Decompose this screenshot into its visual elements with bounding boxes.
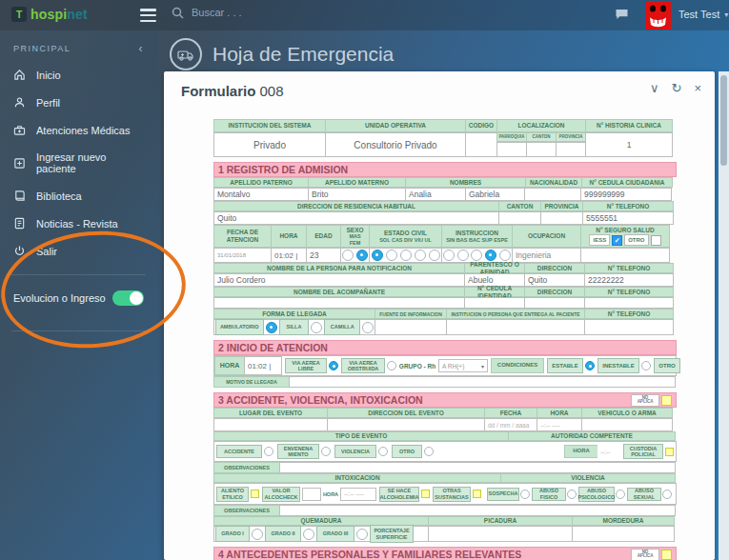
radio-ins-bas[interactable] (457, 250, 469, 261)
edad-field[interactable]: 23 (306, 248, 341, 263)
unidad-operativa-field[interactable]: Consultorio Privado (325, 132, 466, 157)
chat-icon[interactable] (615, 9, 629, 20)
fecha-evento-field[interactable]: dd / mm / aaaa (484, 418, 537, 431)
direccion-acomp-field[interactable] (524, 297, 585, 309)
provincia-field[interactable] (556, 142, 586, 157)
sidebar-item-noticias-revista[interactable]: Noticias - Revista (0, 210, 157, 237)
alcoholemia-checkbox[interactable] (421, 490, 430, 498)
observaciones-field-1[interactable] (279, 462, 676, 473)
alcocheck-field[interactable] (302, 488, 321, 501)
lugar-evento-field[interactable] (213, 418, 328, 431)
radio-via-libre[interactable] (329, 361, 338, 370)
seguro-field[interactable] (580, 248, 670, 263)
custodia-checkbox[interactable] (665, 448, 674, 456)
provincia-field[interactable] (540, 211, 583, 225)
apellido-paterno-field[interactable]: Montalvo (213, 188, 309, 201)
sidebar-item-ingresar-nuevo-paciente[interactable]: Ingresar nuevo paciente (0, 144, 157, 182)
aliento-checkbox[interactable] (251, 490, 259, 498)
radio-inestable[interactable] (641, 361, 651, 370)
nacionalidad-field[interactable] (524, 188, 581, 201)
close-panel-icon[interactable]: × (694, 81, 701, 95)
radio-ins-bac[interactable] (471, 250, 482, 261)
historia-clinica-field[interactable]: 1 (585, 132, 673, 157)
direccion-evento-field[interactable] (327, 418, 485, 431)
institucion-entrega-field[interactable] (446, 319, 585, 335)
sidebar-item-biblioteca[interactable]: Biblioteca (0, 182, 157, 210)
parroquia-field[interactable] (496, 142, 527, 157)
iess-checkbox[interactable]: ✓ (612, 235, 622, 246)
persona-notificacion-field[interactable]: Julio Cordero (213, 273, 465, 287)
grupo-rh-select[interactable]: A RH(+)▾ (438, 359, 488, 372)
motivo-llegada-field[interactable] (289, 376, 676, 388)
fuente-informacion-field[interactable] (375, 319, 447, 335)
radio-ec-ul[interactable] (429, 250, 440, 261)
hora-atencion-field[interactable]: 01:02 | (244, 356, 282, 375)
telefono-acomp-field[interactable] (584, 297, 674, 309)
sidebar-item-salir[interactable]: Salir (0, 237, 157, 265)
nombre1-field[interactable]: Analia (405, 188, 466, 201)
sidebar-item-inicio[interactable]: Inicio (0, 61, 157, 89)
radio-violencia[interactable] (378, 447, 388, 456)
mordedura-field[interactable] (572, 526, 675, 542)
radio-camilla[interactable] (362, 322, 374, 333)
scrollbar-thumb[interactable] (720, 75, 727, 166)
radio-abuso-fisico[interactable] (567, 490, 577, 499)
user-avatar[interactable] (645, 2, 671, 30)
refresh-panel-icon[interactable]: ↻ (672, 81, 682, 95)
otras-sustancias-checkbox[interactable] (473, 490, 481, 498)
radio-envenenamiento[interactable] (321, 447, 331, 456)
institucion-field[interactable]: Privado (213, 132, 326, 157)
radio-ec-sol[interactable] (372, 250, 383, 261)
user-menu[interactable]: Test Test▾ (678, 9, 728, 20)
hora-evento-field[interactable]: --:-- ---- (537, 418, 582, 431)
fecha-atencion-field[interactable]: 31/01/2018 (213, 248, 272, 263)
acompanante-field[interactable] (213, 297, 465, 309)
radio-ec-div[interactable] (400, 250, 412, 261)
radio-via-obstruida[interactable] (387, 361, 396, 370)
cedula-acomp-field[interactable] (464, 297, 525, 309)
direccion-notif-field[interactable]: Quito (524, 273, 585, 287)
canton-field[interactable] (498, 211, 541, 225)
hora-autoridad-field[interactable]: --:-- (597, 445, 624, 458)
sidebar-item-perfil[interactable]: Perfil (0, 89, 157, 116)
collapse-panel-icon[interactable]: ∨ (650, 81, 659, 95)
telefono-notif-field[interactable]: 22222222 (584, 273, 674, 287)
hamburger-menu-icon[interactable] (140, 9, 156, 22)
radio-estable[interactable] (585, 361, 595, 370)
radio-grado3[interactable] (356, 529, 368, 540)
radio-ec-viu[interactable] (415, 250, 426, 261)
codigo-field[interactable] (465, 132, 497, 157)
radio-ins-sup[interactable] (485, 250, 496, 261)
telefono-field[interactable]: 5555551 (582, 211, 674, 225)
radio-silla[interactable] (311, 322, 322, 333)
vehiculo-arma-field[interactable] (581, 418, 673, 431)
radio-ambulatorio[interactable] (266, 322, 277, 333)
canton-field[interactable] (526, 142, 557, 157)
sidebar-collapse-icon[interactable]: ‹ (139, 42, 145, 55)
radio-ec-cas[interactable] (386, 250, 397, 261)
no-aplica-checkbox-s4[interactable] (661, 550, 672, 560)
sidebar-item-atenciones-medicas[interactable]: Atenciones Médicas (0, 116, 157, 144)
hora-field[interactable]: 01:02 | (271, 248, 307, 263)
hora-intox-field[interactable]: --:-- ---- (340, 488, 376, 501)
no-aplica-checkbox[interactable] (661, 395, 672, 406)
search-input[interactable] (190, 6, 517, 19)
radio-ins-espe[interactable] (499, 250, 511, 261)
radio-sexo-fem[interactable] (356, 250, 368, 261)
radio-abuso-sexual[interactable] (662, 490, 672, 499)
nombre2-field[interactable]: Gabriela (465, 188, 525, 201)
cedula-field[interactable]: 999999999 (580, 188, 672, 201)
radio-sospecha[interactable] (520, 490, 530, 499)
picadura-field[interactable] (428, 526, 573, 542)
otro-checkbox[interactable] (651, 235, 661, 246)
evolucion-toggle[interactable] (112, 290, 144, 306)
radio-grado2[interactable] (303, 529, 314, 540)
radio-abuso-psicologico[interactable] (616, 490, 625, 499)
radio-sexo-mas[interactable] (342, 250, 354, 261)
radio-ins-sin[interactable] (443, 250, 455, 261)
radio-grado1[interactable] (252, 529, 263, 540)
vertical-scrollbar[interactable] (719, 71, 729, 560)
telefono-llegada-field[interactable] (584, 319, 674, 335)
direccion-field[interactable]: Quito (213, 211, 499, 225)
radio-otro-evento[interactable] (424, 447, 434, 456)
